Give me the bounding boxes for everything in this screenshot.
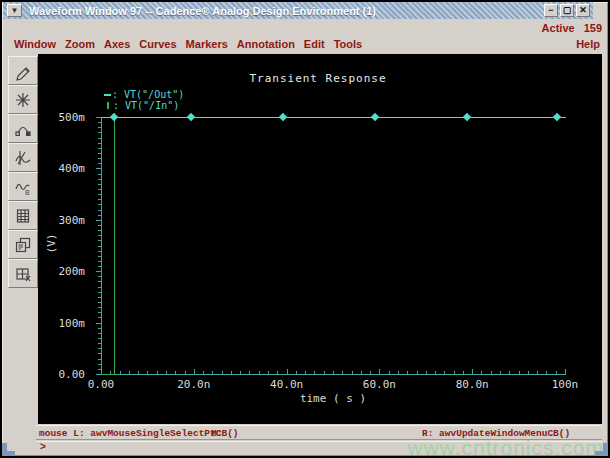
trace-marker: [187, 113, 195, 121]
x-minor-tick: [305, 371, 306, 374]
x-minor-tick: [296, 371, 297, 374]
menu-item-window[interactable]: Window: [14, 38, 56, 50]
x-minor-tick: [361, 371, 362, 374]
x-major-tick: [194, 369, 195, 374]
x-tick-label: 0.00: [79, 379, 123, 390]
y-minor-tick: [98, 230, 101, 231]
x-minor-tick: [454, 371, 455, 374]
copy-window-icon: [13, 235, 33, 255]
x-minor-tick: [481, 371, 482, 374]
y-minor-tick: [98, 359, 101, 360]
titlebar[interactable]: ▼ Waveform Window 97 -- Cadence® Analog …: [3, 2, 593, 19]
x-minor-tick: [157, 371, 158, 374]
x-minor-tick: [444, 371, 445, 374]
close-button[interactable]: ✕: [576, 4, 590, 17]
y-minor-tick: [98, 353, 101, 354]
x-minor-tick: [509, 371, 510, 374]
resize-corner-bottom-left-h[interactable]: [2, 451, 15, 456]
zoom-star-icon: [13, 90, 33, 110]
y-minor-tick: [98, 240, 101, 241]
menu-item-curves[interactable]: Curves: [139, 38, 176, 50]
x-minor-tick: [370, 371, 371, 374]
x-tick-label: 40.0n: [265, 379, 309, 390]
y-tick-label: 0.00: [45, 369, 85, 380]
y-minor-tick: [98, 333, 101, 334]
trace-marker: [371, 113, 379, 121]
y-minor-tick: [98, 158, 101, 159]
menu-item-help[interactable]: Help: [576, 38, 600, 50]
y-tick-label: 300m: [45, 215, 85, 226]
zoom-star-button[interactable]: [8, 85, 38, 114]
waveform-plot-area[interactable]: Transient Response : VT("/Out"): VT("/In…: [38, 54, 602, 424]
x-minor-tick: [203, 371, 204, 374]
pen-tool-icon: [13, 61, 33, 81]
arc-probe-button[interactable]: [8, 114, 38, 143]
x-minor-tick: [120, 371, 121, 374]
calculator-button[interactable]: [8, 201, 38, 230]
trace-marker: [553, 113, 561, 121]
y-minor-tick: [98, 369, 101, 370]
y-minor-tick: [98, 163, 101, 164]
x-tick-label: 60.0n: [357, 379, 401, 390]
menu-item-axes[interactable]: Axes: [104, 38, 130, 50]
calculator-icon: [13, 206, 33, 226]
x-minor-tick: [435, 371, 436, 374]
y-minor-tick: [98, 281, 101, 282]
y-major-tick: [96, 168, 101, 169]
pen-tool-button[interactable]: [8, 56, 38, 85]
menu-item-markers[interactable]: Markers: [186, 38, 228, 50]
y-major-tick: [96, 220, 101, 221]
y-minor-tick: [98, 210, 101, 211]
trace-marker: [110, 113, 118, 121]
x-minor-tick: [222, 371, 223, 374]
y-minor-tick: [98, 215, 101, 216]
arc-probe-icon: [13, 119, 33, 139]
x-minor-tick: [426, 371, 427, 374]
svg-text:B: B: [25, 189, 30, 196]
x-minor-tick: [528, 371, 529, 374]
minimize-button[interactable]: −: [544, 4, 558, 17]
y-minor-tick: [98, 348, 101, 349]
x-minor-tick: [138, 371, 139, 374]
x-major-tick: [379, 369, 380, 374]
active-count: 159: [584, 22, 602, 34]
x-minor-tick: [185, 371, 186, 374]
x-minor-tick: [240, 371, 241, 374]
menu-item-zoom[interactable]: Zoom: [65, 38, 95, 50]
menubar: WindowZoomAxesCurvesMarkersAnnotationEdi…: [6, 35, 602, 53]
x-major-tick: [565, 369, 566, 374]
y-minor-tick: [98, 338, 101, 339]
x-minor-tick: [129, 371, 130, 374]
resize-corner-bottom-right-h[interactable]: [595, 451, 608, 456]
y-minor-tick: [98, 256, 101, 257]
x-axis-line: [101, 374, 566, 375]
y-tick-label: 400m: [45, 163, 85, 174]
y-minor-tick: [98, 328, 101, 329]
y-minor-tick: [98, 143, 101, 144]
y-minor-tick: [98, 189, 101, 190]
marker-cursor-button[interactable]: [8, 143, 38, 172]
x-minor-tick: [231, 371, 232, 374]
left-toolbar: B: [8, 56, 38, 424]
y-minor-tick: [98, 287, 101, 288]
x-minor-tick: [259, 371, 260, 374]
window-menu-button[interactable]: ▼: [7, 4, 22, 17]
x-minor-tick: [166, 371, 167, 374]
split-window-button[interactable]: [8, 259, 38, 288]
x-minor-tick: [546, 371, 547, 374]
trace-segment: [114, 117, 115, 375]
y-minor-tick: [98, 148, 101, 149]
menu-items: WindowZoomAxesCurvesMarkersAnnotationEdi…: [6, 38, 576, 50]
copy-window-button[interactable]: [8, 230, 38, 259]
mouse-left-binding: mouse L: awvMouseSingleSelectPtCB(): [39, 428, 239, 439]
menu-item-tools[interactable]: Tools: [334, 38, 363, 50]
split-window-icon: [13, 264, 33, 284]
wave-b-button[interactable]: B: [8, 172, 38, 201]
menu-item-edit[interactable]: Edit: [304, 38, 325, 50]
watermark-text: www.cntronics.com: [407, 436, 604, 458]
y-minor-tick: [98, 132, 101, 133]
y-minor-tick: [98, 297, 101, 298]
y-minor-tick: [98, 194, 101, 195]
menu-item-annotation[interactable]: Annotation: [237, 38, 295, 50]
maximize-button[interactable]: ▢: [560, 4, 574, 17]
